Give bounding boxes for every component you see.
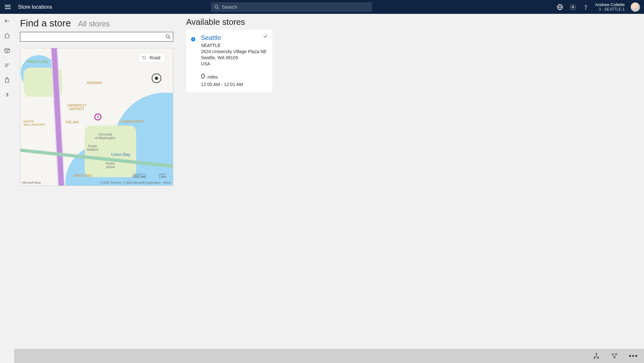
svg-point-18 [594, 358, 595, 359]
locator-layout: Road 1 Union Bay UNIVERSITY DISTRICT RAV… [20, 32, 638, 186]
store-country: USA [201, 61, 267, 67]
bag-icon[interactable] [4, 77, 10, 83]
store-address-line2: Seattle, WA 98105 [201, 55, 267, 61]
svg-line-1 [217, 8, 219, 9]
layers-icon [142, 55, 147, 60]
globe-icon[interactable] [556, 4, 564, 11]
avatar[interactable] [630, 2, 640, 12]
store-map[interactable]: Road 1 Union Bay UNIVERSITY DISTRICT RAV… [20, 48, 173, 186]
map-label: LAURELHURST [119, 120, 144, 123]
map-label: Union Bay [111, 152, 130, 157]
map-label: NORTH WALLINGFORD [24, 120, 45, 126]
search-map-column: Road 1 Union Bay UNIVERSITY DISTRICT RAV… [20, 32, 173, 186]
top-bar: Store locations Andrew Collette 3 - SEAT… [0, 0, 644, 14]
user-sub: 3 - SEATTLE-1 [599, 7, 625, 12]
map-copyright: © 2022 TomTom, © 2022 Microsoft Corporat… [100, 181, 161, 184]
map-scale-feet: 2500 feet [133, 174, 146, 178]
locate-me-icon[interactable] [152, 73, 161, 83]
home-icon[interactable] [4, 33, 10, 39]
list-icon[interactable] [4, 62, 10, 69]
svg-point-17 [596, 353, 597, 355]
svg-text:i: i [193, 38, 194, 41]
more-icon[interactable]: ••• [629, 352, 638, 359]
gear-icon[interactable] [569, 4, 576, 11]
help-icon[interactable] [582, 4, 589, 11]
info-icon: i [191, 37, 196, 42]
map-provider-logo: Microsoft Bing [22, 181, 41, 184]
global-search [211, 2, 372, 12]
store-address-line1: 2624 University Village Plaza NE [201, 49, 267, 55]
search-icon [214, 5, 219, 10]
app-title: Store locations [18, 4, 52, 10]
map-label: Foster Island [106, 162, 115, 169]
left-rail: 3 [0, 14, 14, 363]
map-label: GREEN LAKE [27, 60, 48, 63]
svg-line-12 [169, 37, 170, 39]
svg-marker-20 [612, 354, 617, 358]
package-icon[interactable] [4, 47, 10, 54]
map-attribution: Microsoft Bing © 2022 TomTom, © 2022 Mic… [22, 181, 171, 184]
svg-point-19 [598, 358, 599, 359]
store-distance: 0 miles [201, 72, 267, 81]
map-label: Husky Stadium [87, 144, 99, 151]
check-icon [263, 33, 268, 39]
map-label: THE AVE [65, 120, 79, 124]
map-label: RAVENNA [87, 81, 102, 85]
map-scale-km: 1 km [159, 174, 166, 178]
store-search-input[interactable] [20, 32, 173, 42]
svg-point-11 [166, 35, 169, 38]
bottom-bar: ••• [14, 349, 644, 363]
available-stores-column: Available stores i Seattle SEATTLE 2624 … [186, 32, 412, 186]
svg-point-0 [215, 5, 218, 8]
svg-point-5 [572, 6, 574, 8]
store-card[interactable]: i Seattle SEATTLE 2624 University Villag… [186, 30, 272, 92]
filter-icon[interactable] [611, 352, 618, 359]
main-content: Find a store All stores Road [14, 14, 644, 349]
store-name[interactable]: Seattle [201, 34, 267, 42]
map-label: MONTLAKE [74, 174, 92, 177]
store-distance-unit: miles [207, 74, 218, 80]
map-layer-label: Road [150, 55, 160, 60]
hierarchy-icon[interactable] [593, 352, 600, 359]
store-search [20, 32, 173, 42]
map-label: University of Washington [95, 133, 116, 140]
map-label: UNIVERSITY DISTRICT [67, 104, 87, 111]
map-pin-number: 1 [97, 115, 99, 119]
search-icon[interactable] [166, 34, 171, 39]
store-hours: 12:00 AM - 12:01 AM [201, 82, 267, 87]
map-pin[interactable]: 1 [94, 113, 101, 120]
global-search-input[interactable] [211, 2, 372, 12]
available-stores-heading: Available stores [186, 17, 412, 27]
svg-point-6 [585, 9, 586, 9]
rail-count-label: 3 [6, 92, 8, 97]
hamburger-menu-icon[interactable] [4, 3, 12, 11]
store-distance-value: 0 [201, 72, 205, 80]
store-city: SEATTLE [201, 43, 267, 48]
page-title: Find a store [20, 18, 71, 29]
svg-line-14 [143, 56, 146, 59]
user-block[interactable]: Andrew Collette 3 - SEATTLE-1 [595, 2, 625, 12]
map-terms-link[interactable]: Terms [163, 181, 171, 184]
topbar-right: Andrew Collette 3 - SEATTLE-1 [556, 2, 640, 12]
back-arrow-icon[interactable] [4, 18, 10, 24]
user-name: Andrew Collette [595, 2, 625, 7]
map-layer-chip[interactable]: Road [138, 53, 165, 62]
map-scale: 2500 feet 1 km [133, 174, 166, 178]
page-subtitle[interactable]: All stores [78, 19, 110, 28]
